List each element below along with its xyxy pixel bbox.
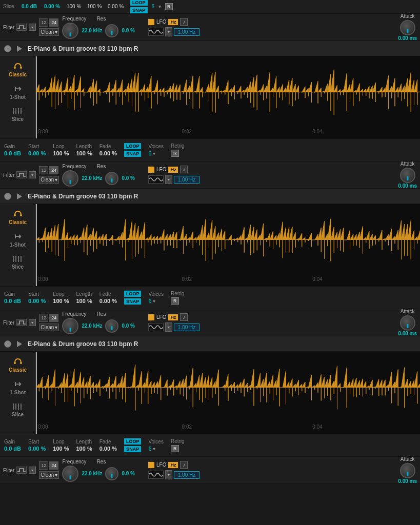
clean-dropdown-track-1[interactable]: Clean ▾: [39, 324, 59, 331]
note-btn-track-2[interactable]: ♪: [180, 461, 188, 469]
wave-dropdown-0[interactable]: ▾: [165, 27, 172, 36]
oneshot-btn-2[interactable]: ↦ 1-Shot: [10, 379, 26, 395]
gain-val-2[interactable]: 0.0 dB: [4, 446, 21, 452]
bit12-btn-track-1[interactable]: 12: [39, 314, 48, 322]
retrig-button-1[interactable]: R: [171, 297, 179, 305]
hz-btn-track-2[interactable]: Hz: [168, 462, 178, 468]
wave-display-track-2[interactable]: [148, 471, 164, 479]
res-knob-track-1[interactable]: [105, 319, 118, 333]
length-val-1[interactable]: 100 %: [76, 298, 92, 304]
loop-val-1[interactable]: 100 %: [53, 298, 69, 304]
start-val-0[interactable]: 0.00 %: [28, 150, 46, 156]
slice-btn-2[interactable]: Slice: [12, 402, 24, 417]
attack-val-track-2[interactable]: 0.00 ms: [398, 478, 417, 484]
loop-button-0[interactable]: LOOP: [124, 143, 142, 149]
freq-val-track-1[interactable]: 22.0 kHz: [82, 323, 102, 329]
snap-button-top[interactable]: SNAP: [130, 7, 148, 13]
freq-knob-0[interactable]: [62, 23, 78, 39]
play-button-0[interactable]: [15, 45, 24, 53]
voices-num-0[interactable]: 6: [148, 150, 151, 156]
bit24-btn-0[interactable]: 24: [49, 18, 58, 27]
play-button-2[interactable]: [15, 340, 24, 348]
play-button-1[interactable]: [15, 192, 24, 200]
loop-val-2[interactable]: 100 %: [53, 446, 69, 452]
start-val-1[interactable]: 0.00 %: [28, 298, 46, 304]
bit24-btn-track-2[interactable]: 24: [49, 461, 58, 470]
hz-btn-track-0[interactable]: Hz: [168, 167, 178, 173]
freq-val-track-0[interactable]: 22.0 kHz: [82, 175, 102, 181]
note-btn-track-1[interactable]: ♪: [180, 313, 188, 321]
gain-val-1[interactable]: 0.0 dB: [4, 298, 21, 304]
note-btn-track-0[interactable]: ♪: [180, 166, 188, 173]
track-status-circle-0[interactable]: [4, 45, 11, 52]
wave-display-track-0[interactable]: [148, 175, 164, 184]
hz-btn-0[interactable]: Hz: [168, 19, 178, 25]
note-btn-0[interactable]: ♪: [180, 18, 188, 26]
clean-dropdown-track-2[interactable]: Clean ▾: [39, 471, 59, 479]
res-val-0[interactable]: 0.0 %: [122, 28, 135, 33]
bit24-btn-track-1[interactable]: 24: [49, 314, 58, 322]
retrig-button-top[interactable]: R: [165, 3, 173, 10]
voices-num-2[interactable]: 6: [148, 446, 151, 452]
length-val-top[interactable]: 100 %: [87, 4, 104, 9]
hz-val-track-0[interactable]: 1.00 Hz: [174, 176, 199, 184]
bit12-btn-track-0[interactable]: 12: [39, 166, 48, 174]
start-val-2[interactable]: 0.00 %: [28, 446, 46, 452]
slice-btn-1[interactable]: Slice: [12, 255, 24, 270]
freq-val-0[interactable]: 22.0 kHz: [82, 28, 102, 33]
wave-dropdown-track-1[interactable]: ▾: [165, 322, 172, 332]
clean-dropdown-0[interactable]: Clean ▾: [39, 28, 59, 36]
res-val-track-2[interactable]: 0.0 %: [122, 471, 135, 476]
gain-val-top[interactable]: 0.0 dB: [22, 4, 40, 9]
voices-arrow-0[interactable]: ▾: [153, 151, 155, 156]
freq-knob-track-2[interactable]: [62, 466, 78, 482]
res-val-track-0[interactable]: 0.0 %: [122, 175, 135, 181]
filter-type-icon-track-2[interactable]: [16, 467, 27, 474]
snap-button-0[interactable]: SNAP: [124, 151, 142, 157]
fade-val-0[interactable]: 0.00 %: [99, 150, 117, 156]
classic-btn-2[interactable]: Classic: [9, 356, 27, 373]
attack-knob-track-2[interactable]: [400, 463, 415, 478]
freq-knob-track-0[interactable]: [62, 170, 78, 187]
wave-display-track-1[interactable]: [148, 323, 164, 331]
hz-val-0[interactable]: 1.00 Hz: [174, 28, 199, 36]
res-knob-track-2[interactable]: [105, 467, 118, 480]
loop-button-2[interactable]: LOOP: [124, 438, 142, 445]
voices-num-1[interactable]: 6: [148, 298, 151, 304]
track-status-circle-2[interactable]: [4, 340, 11, 348]
filter-dropdown-track-2[interactable]: ▾: [29, 467, 36, 474]
bit24-btn-track-0[interactable]: 24: [49, 166, 58, 174]
clean-dropdown-track-0[interactable]: Clean ▾: [39, 176, 59, 184]
fade-val-2[interactable]: 0.00 %: [99, 446, 117, 452]
snap-button-2[interactable]: SNAP: [124, 446, 142, 452]
start-val-top[interactable]: 0.00 %: [44, 4, 63, 9]
attack-val-0[interactable]: 0.00 ms: [398, 35, 417, 41]
waveform-area-0[interactable]: 0:00 0:02 0:04: [36, 56, 420, 138]
freq-knob-track-1[interactable]: [62, 318, 78, 334]
filter-type-icon-track-1[interactable]: [16, 319, 27, 326]
length-val-2[interactable]: 100 %: [76, 446, 92, 452]
res-knob-track-0[interactable]: [105, 172, 118, 185]
wave-dropdown-track-2[interactable]: ▾: [165, 470, 172, 479]
snap-button-1[interactable]: SNAP: [124, 298, 142, 305]
filter-type-icon-track-0[interactable]: [16, 171, 27, 178]
loop-val-0[interactable]: 100 %: [53, 150, 69, 156]
length-val-0[interactable]: 100 %: [76, 150, 92, 156]
filter-dropdown-track-0[interactable]: ▾: [29, 171, 36, 178]
waveform-area-1[interactable]: 0:00 0:02 0:04: [36, 204, 420, 286]
voices-arrow-1[interactable]: ▾: [153, 298, 155, 304]
res-val-track-1[interactable]: 0.0 %: [122, 323, 135, 329]
retrig-button-0[interactable]: R: [171, 150, 179, 157]
voices-val-top[interactable]: 6: [152, 4, 155, 9]
fade-val-top[interactable]: 0.00 %: [108, 4, 126, 9]
attack-knob-track-1[interactable]: [400, 315, 415, 331]
classic-btn-1[interactable]: Classic: [9, 208, 27, 225]
loop-val-top[interactable]: 100 %: [67, 4, 83, 9]
loop-button-1[interactable]: LOOP: [124, 291, 142, 297]
bit12-btn-0[interactable]: 12: [39, 18, 48, 27]
hz-val-track-1[interactable]: 1.00 Hz: [174, 324, 199, 331]
attack-knob-track-0[interactable]: [400, 168, 415, 183]
wave-dropdown-track-0[interactable]: ▾: [165, 175, 172, 184]
res-knob-0[interactable]: [105, 24, 118, 37]
oneshot-btn-0[interactable]: ↦ 1-Shot: [10, 84, 26, 100]
